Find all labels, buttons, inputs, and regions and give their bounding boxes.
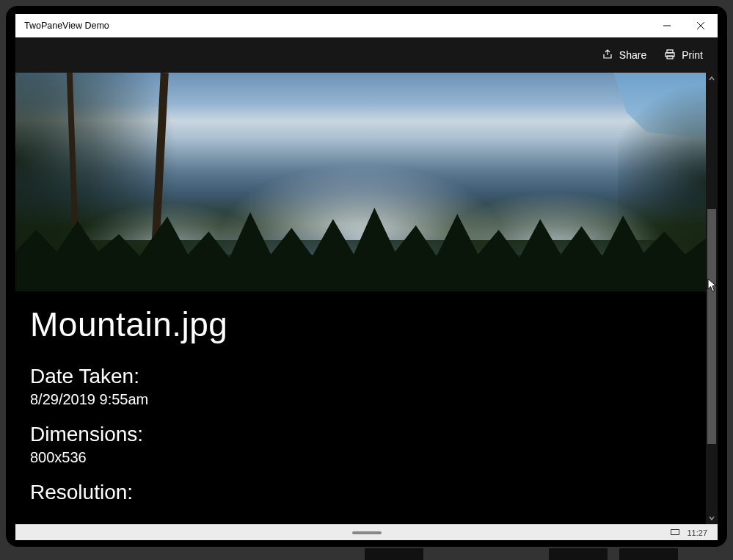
taskbar-handle[interactable] (352, 531, 382, 534)
dimensions-label: Dimensions: (30, 423, 691, 446)
scrollbar-track[interactable] (706, 84, 718, 512)
titlebar: TwoPaneView Demo (15, 14, 718, 37)
print-icon (664, 48, 676, 62)
taskbar-clock[interactable]: 11:27 (687, 528, 707, 537)
taskbar: 11:27 (15, 524, 718, 540)
date-taken-label: Date Taken: (30, 365, 691, 388)
dimensions-value: 800x536 (30, 449, 691, 466)
background-blocks (0, 547, 733, 560)
window-title: TwoPaneView Demo (24, 21, 650, 31)
print-label: Print (682, 49, 703, 61)
command-bar: Share Print (15, 37, 718, 73)
share-label: Share (619, 49, 646, 61)
scrollbar-thumb[interactable] (707, 209, 716, 444)
svg-rect-3 (671, 529, 679, 534)
minimize-button[interactable] (650, 14, 684, 37)
image-pane (15, 73, 706, 291)
share-icon (602, 48, 613, 62)
close-button[interactable] (684, 14, 718, 37)
scroll-down-arrow-icon[interactable] (706, 512, 718, 524)
scroll-viewport: Mountain.jpg Date Taken: 8/29/2019 9:55a… (15, 73, 706, 524)
svg-rect-2 (667, 56, 673, 59)
file-name: Mountain.jpg (30, 305, 691, 344)
vertical-scrollbar[interactable] (706, 73, 718, 524)
app-window: TwoPaneView Demo S (15, 14, 718, 540)
keyboard-icon[interactable] (671, 528, 679, 537)
device-frame: TwoPaneView Demo S (6, 6, 727, 547)
print-button[interactable]: Print (657, 44, 710, 67)
scroll-up-arrow-icon[interactable] (706, 73, 718, 84)
system-tray: 11:27 (671, 528, 707, 537)
details-pane: Mountain.jpg Date Taken: 8/29/2019 9:55a… (15, 291, 706, 519)
resolution-label: Resolution: (30, 481, 691, 504)
date-taken-value: 8/29/2019 9:55am (30, 391, 691, 408)
window-buttons (650, 14, 718, 37)
content-area: Mountain.jpg Date Taken: 8/29/2019 9:55a… (15, 73, 718, 524)
share-button[interactable]: Share (594, 44, 654, 67)
